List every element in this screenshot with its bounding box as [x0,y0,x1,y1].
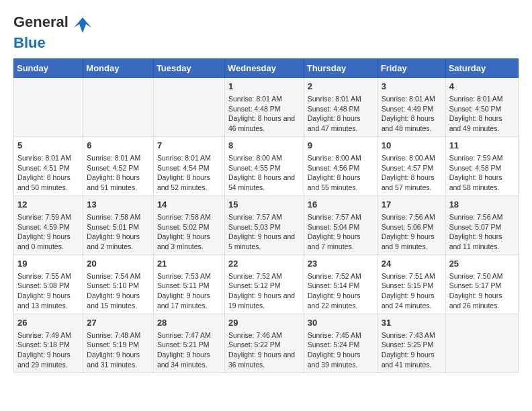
day-cell: 4Sunrise: 8:01 AM Sunset: 4:50 PM Daylig… [445,77,518,136]
day-cell: 21Sunrise: 7:53 AM Sunset: 5:11 PM Dayli… [153,255,224,314]
day-cell: 16Sunrise: 7:57 AM Sunset: 5:04 PM Dayli… [304,195,378,255]
day-cell: 6Sunrise: 8:01 AM Sunset: 4:52 PM Daylig… [83,136,154,195]
day-info: Sunrise: 8:01 AM Sunset: 4:49 PM Dayligh… [382,94,442,134]
header-friday: Friday [378,58,445,77]
logo-general: General [13,13,93,34]
day-number: 27 [87,317,150,329]
day-cell [14,77,83,136]
day-cell: 31Sunrise: 7:43 AM Sunset: 5:25 PM Dayli… [378,314,445,373]
day-number: 15 [228,199,300,211]
header-row: SundayMondayTuesdayWednesdayThursdayFrid… [14,58,519,77]
day-cell: 11Sunrise: 7:59 AM Sunset: 4:58 PM Dayli… [445,136,518,195]
day-cell: 3Sunrise: 8:01 AM Sunset: 4:49 PM Daylig… [378,77,445,136]
day-cell [153,77,224,136]
day-number: 14 [157,199,221,211]
day-number: 16 [308,199,374,211]
day-info: Sunrise: 7:45 AM Sunset: 5:24 PM Dayligh… [308,330,374,370]
day-cell: 27Sunrise: 7:48 AM Sunset: 5:19 PM Dayli… [83,314,154,373]
day-cell [445,314,518,373]
day-info: Sunrise: 7:55 AM Sunset: 5:08 PM Dayligh… [17,271,79,311]
day-info: Sunrise: 7:53 AM Sunset: 5:11 PM Dayligh… [157,271,221,311]
day-cell: 25Sunrise: 7:50 AM Sunset: 5:17 PM Dayli… [445,255,518,314]
day-number: 2 [308,81,374,93]
day-cell: 9Sunrise: 8:00 AM Sunset: 4:56 PM Daylig… [304,136,378,195]
day-info: Sunrise: 8:01 AM Sunset: 4:52 PM Dayligh… [87,153,150,193]
day-number: 8 [228,140,300,152]
day-cell: 30Sunrise: 7:45 AM Sunset: 5:24 PM Dayli… [304,314,378,373]
day-number: 11 [449,140,515,152]
day-cell [83,77,154,136]
day-number: 19 [17,258,79,270]
day-info: Sunrise: 8:00 AM Sunset: 4:57 PM Dayligh… [382,153,442,193]
day-number: 6 [87,140,150,152]
day-info: Sunrise: 7:52 AM Sunset: 5:12 PM Dayligh… [228,271,300,311]
day-cell: 19Sunrise: 7:55 AM Sunset: 5:08 PM Dayli… [14,255,83,314]
day-info: Sunrise: 7:56 AM Sunset: 5:07 PM Dayligh… [449,212,515,252]
logo-bird-icon [73,14,93,34]
day-number: 4 [449,81,515,93]
day-cell: 1Sunrise: 8:01 AM Sunset: 4:48 PM Daylig… [224,77,304,136]
week-row-1: 1Sunrise: 8:01 AM Sunset: 4:48 PM Daylig… [14,77,519,136]
day-cell: 17Sunrise: 7:56 AM Sunset: 5:06 PM Dayli… [378,195,445,255]
week-row-2: 5Sunrise: 8:01 AM Sunset: 4:51 PM Daylig… [14,136,519,195]
day-info: Sunrise: 7:48 AM Sunset: 5:19 PM Dayligh… [87,330,150,370]
day-info: Sunrise: 7:47 AM Sunset: 5:21 PM Dayligh… [157,330,221,370]
day-number: 24 [382,258,442,270]
day-number: 30 [308,317,374,329]
day-number: 22 [228,258,300,270]
week-row-5: 26Sunrise: 7:49 AM Sunset: 5:18 PM Dayli… [14,314,519,373]
day-number: 1 [228,81,300,93]
day-cell: 8Sunrise: 8:00 AM Sunset: 4:55 PM Daylig… [224,136,304,195]
day-number: 23 [308,258,374,270]
day-info: Sunrise: 7:52 AM Sunset: 5:14 PM Dayligh… [308,271,374,311]
day-cell: 13Sunrise: 7:58 AM Sunset: 5:01 PM Dayli… [83,195,154,255]
day-cell: 7Sunrise: 8:01 AM Sunset: 4:54 PM Daylig… [153,136,224,195]
day-number: 12 [17,199,79,211]
day-cell: 22Sunrise: 7:52 AM Sunset: 5:12 PM Dayli… [224,255,304,314]
week-row-3: 12Sunrise: 7:59 AM Sunset: 4:59 PM Dayli… [14,195,519,255]
day-info: Sunrise: 8:00 AM Sunset: 4:56 PM Dayligh… [308,153,374,193]
day-number: 3 [382,81,442,93]
page-header: General Blue [13,13,519,52]
day-info: Sunrise: 8:01 AM Sunset: 4:48 PM Dayligh… [308,94,374,134]
week-row-4: 19Sunrise: 7:55 AM Sunset: 5:08 PM Dayli… [14,255,519,314]
day-info: Sunrise: 8:01 AM Sunset: 4:48 PM Dayligh… [228,94,300,134]
day-info: Sunrise: 7:58 AM Sunset: 5:01 PM Dayligh… [87,212,150,252]
header-saturday: Saturday [445,58,518,77]
day-info: Sunrise: 8:00 AM Sunset: 4:55 PM Dayligh… [228,153,300,193]
day-cell: 18Sunrise: 7:56 AM Sunset: 5:07 PM Dayli… [445,195,518,255]
day-info: Sunrise: 7:54 AM Sunset: 5:10 PM Dayligh… [87,271,150,311]
header-sunday: Sunday [14,58,83,77]
day-info: Sunrise: 7:46 AM Sunset: 5:22 PM Dayligh… [228,330,300,370]
day-cell: 23Sunrise: 7:52 AM Sunset: 5:14 PM Dayli… [304,255,378,314]
day-info: Sunrise: 7:56 AM Sunset: 5:06 PM Dayligh… [382,212,442,252]
day-number: 21 [157,258,221,270]
day-number: 28 [157,317,221,329]
header-wednesday: Wednesday [224,58,304,77]
day-cell: 12Sunrise: 7:59 AM Sunset: 4:59 PM Dayli… [14,195,83,255]
day-info: Sunrise: 7:50 AM Sunset: 5:17 PM Dayligh… [449,271,515,311]
day-number: 9 [308,140,374,152]
day-cell: 28Sunrise: 7:47 AM Sunset: 5:21 PM Dayli… [153,314,224,373]
day-number: 20 [87,258,150,270]
day-info: Sunrise: 7:49 AM Sunset: 5:18 PM Dayligh… [17,330,79,370]
day-number: 13 [87,199,150,211]
day-info: Sunrise: 7:58 AM Sunset: 5:02 PM Dayligh… [157,212,221,252]
day-number: 31 [382,317,442,329]
day-cell: 24Sunrise: 7:51 AM Sunset: 5:15 PM Dayli… [378,255,445,314]
day-cell: 14Sunrise: 7:58 AM Sunset: 5:02 PM Dayli… [153,195,224,255]
day-info: Sunrise: 7:51 AM Sunset: 5:15 PM Dayligh… [382,271,442,311]
day-info: Sunrise: 8:01 AM Sunset: 4:54 PM Dayligh… [157,153,221,193]
day-cell: 15Sunrise: 7:57 AM Sunset: 5:03 PM Dayli… [224,195,304,255]
logo-blue: Blue [13,34,46,51]
day-number: 7 [157,140,221,152]
header-tuesday: Tuesday [153,58,224,77]
day-number: 25 [449,258,515,270]
day-info: Sunrise: 7:59 AM Sunset: 4:58 PM Dayligh… [449,153,515,193]
day-cell: 5Sunrise: 8:01 AM Sunset: 4:51 PM Daylig… [14,136,83,195]
day-info: Sunrise: 8:01 AM Sunset: 4:51 PM Dayligh… [17,153,79,193]
svg-marker-0 [74,17,91,33]
day-info: Sunrise: 7:57 AM Sunset: 5:03 PM Dayligh… [228,212,300,252]
calendar-table: SundayMondayTuesdayWednesdayThursdayFrid… [13,58,519,373]
day-cell: 20Sunrise: 7:54 AM Sunset: 5:10 PM Dayli… [83,255,154,314]
